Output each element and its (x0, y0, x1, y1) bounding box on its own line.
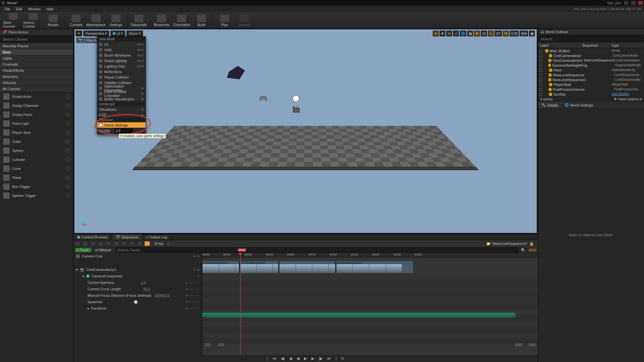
seq-save-button[interactable] (75, 241, 80, 246)
visibility-toggle[interactable] (539, 83, 543, 86)
outliner-header[interactable]: Label Sequence Type (538, 43, 644, 48)
viewport-show-button[interactable]: Show (127, 31, 143, 36)
info-icon[interactable]: i (65, 94, 70, 99)
outliner-row-exponentialheightfog[interactable]: ExponentialHeightFogExponentialHeigh (538, 63, 644, 68)
seq-snap-button[interactable] (129, 241, 135, 246)
outliner-row-postprocessvolume[interactable]: PostProcessVolumePostProcessVolu (538, 87, 644, 92)
actor-cube[interactable]: Cubei (0, 137, 73, 146)
scale-snap-toggle[interactable]: % (503, 31, 509, 36)
transform-select-button[interactable]: ✦ (433, 31, 439, 36)
seq-autokey-button[interactable] (144, 241, 150, 246)
track-camera-cuts[interactable]: Camera Cuts +≡ (73, 253, 202, 259)
scale-snap-value[interactable]: 0,25 (510, 31, 518, 36)
category-geometry[interactable]: Geometry (0, 74, 73, 80)
viewmode-detail-lighting[interactable]: Detail LightingAlt+5 (97, 58, 146, 63)
track-search[interactable]: Search Tracks (116, 247, 518, 253)
outliner-row-floor[interactable]: FloorStaticMeshActor (538, 68, 644, 72)
step-fwd-key-button[interactable]: |▶ (318, 356, 323, 361)
close-button[interactable] (638, 1, 643, 5)
landscape-visualizers[interactable]: Visualizers▸ (97, 107, 146, 112)
actor-plane[interactable]: Planei (0, 173, 73, 182)
playhead[interactable] (240, 253, 241, 355)
transform-section-bar[interactable] (202, 313, 515, 317)
seq-render-button[interactable] (90, 241, 96, 246)
timeline-ruler[interactable]: |0000|0015|0030|0045|0060|0075|0090|0105… (202, 253, 538, 257)
exposure-ev100-input[interactable] (115, 128, 133, 133)
track-options-icon[interactable]: ≡ (197, 254, 199, 258)
minimize-button[interactable] (624, 1, 629, 5)
visibility-toggle[interactable] (539, 93, 543, 96)
grid-snap-toggle[interactable]: ⊞ (474, 31, 480, 36)
info-icon[interactable]: i (65, 121, 70, 126)
actor-cylinder[interactable]: Cylinderi (0, 155, 73, 164)
visibility-toggle[interactable] (539, 49, 543, 52)
track-prop-manual-focus-distance-focus-settings-[interactable]: Manual Focus Distance (Focus Settings)10… (73, 292, 202, 299)
track-prop-transform[interactable]: ▸ Transform+◦←◦→ (73, 305, 202, 311)
actor-point-light[interactable]: Point Lighti (0, 119, 73, 128)
goto-end-button[interactable]: | (335, 356, 337, 361)
camera-cut-clip[interactable]: CineCameraActor1 (202, 261, 239, 274)
outliner-row-cinecameraactor[interactable]: CineCameraActorCineCameraActor (538, 53, 644, 58)
outliner-row-playerstart[interactable]: PlayerStartPlayerStart (538, 82, 644, 87)
tab-details[interactable]: 🔧Details (538, 102, 561, 108)
maximize-button[interactable] (631, 1, 636, 5)
add-section-button[interactable]: + (193, 254, 195, 258)
seq-fps-label[interactable]: 30 fps (154, 242, 164, 246)
viewport[interactable]: Perspective Lit Show ✦ ✥ ⟲ ⤢ 🌐 ▦ ⊞ 10 ∠ … (74, 29, 537, 233)
category-basic[interactable]: Basic (0, 49, 73, 55)
viewmode-brush-wireframe[interactable]: Brush WireframeAlt+2 (97, 52, 146, 58)
viewmode-player-collision[interactable]: Player Collision (97, 74, 146, 80)
transform-rotate-button[interactable]: ⟲ (446, 31, 452, 36)
viewmode-lit[interactable]: LitAlt+4 (97, 42, 146, 47)
seq-browse-button[interactable] (82, 241, 88, 246)
track-prop-current-focal-length[interactable]: Current Focal Length35,0+◦←◦→ (73, 286, 202, 292)
place-actors-search[interactable]: Search Classes (1, 36, 72, 42)
outliner-row-main-editor-[interactable]: Main (Editor)World (538, 48, 644, 53)
viewport-options-button[interactable] (76, 31, 82, 36)
outliner-row-sunsky[interactable]: SunSkyEdit SunSky (538, 92, 644, 97)
seq-options-button[interactable] (98, 241, 104, 246)
sequencer-timeline[interactable]: 0026 |0000|0015|0030|0045|0060|0075|0090… (202, 253, 538, 355)
category-recently-placed[interactable]: Recently Placed (0, 43, 73, 49)
camera-cuts-lane[interactable]: CineCameraActor1CineCameraActor1CineCame… (202, 261, 538, 275)
step-back-button[interactable]: ◀ (289, 356, 293, 361)
place-actors-tab[interactable]: 📌 Place Actors (0, 29, 73, 35)
step-fwd-button[interactable]: ▶ (311, 356, 315, 361)
visibility-toggle[interactable] (539, 78, 542, 81)
toolbar-content[interactable]: Content (66, 13, 86, 28)
goto-start-button[interactable]: | (266, 356, 269, 361)
toolbar-datasmith[interactable]: Datasmith (129, 13, 149, 28)
viewmode-reflections[interactable]: Reflections (97, 69, 146, 74)
category-lights[interactable]: Lights (0, 55, 73, 61)
viewmode-buffer-visualization[interactable]: Buffer Visualization▸ (97, 96, 146, 102)
angle-snap-value[interactable]: 10° (495, 31, 502, 36)
seq-key-button[interactable] (113, 241, 119, 246)
outliner-row-newlevelsequence[interactable]: NewLevelSequenceLevelSequenceAc (538, 72, 644, 77)
outliner-search[interactable]: Search... (539, 36, 643, 42)
category-all-classes[interactable]: All Classes (0, 86, 73, 92)
seq-curve-button[interactable] (137, 241, 142, 246)
toolbar-save-current[interactable]: Save Current (3, 13, 23, 28)
visibility-toggle[interactable] (539, 64, 542, 67)
actor-player-start[interactable]: Player Starti (0, 128, 73, 137)
visibility-toggle[interactable] (539, 59, 542, 62)
angle-snap-toggle[interactable]: ∠ (488, 31, 494, 36)
visibility-toggle[interactable] (539, 73, 542, 77)
to-front-button[interactable]: ⏮ (272, 356, 277, 361)
view-options-button[interactable]: 👁 View Options ▾ (614, 97, 642, 101)
exposure-game-settings-checkbox[interactable]: Game Settings (97, 122, 146, 128)
viewport-lit-button[interactable]: Lit (110, 31, 125, 36)
seq-clapper-button[interactable] (106, 241, 111, 246)
menu-edit[interactable]: Edit (14, 6, 25, 12)
camera-cut-clip[interactable] (279, 261, 336, 274)
toolbar-blueprints[interactable]: Blueprints (152, 13, 172, 28)
visibility-toggle[interactable] (539, 69, 543, 72)
spawned-checkbox[interactable] (134, 300, 137, 304)
track-camera-component[interactable]: ▾CameraComponent + (73, 273, 202, 279)
info-icon[interactable]: i (65, 103, 70, 108)
world-outliner-tab[interactable]: 🗂 World Outliner (538, 29, 644, 35)
surface-snap-button[interactable]: ▦ (467, 31, 473, 36)
actor-empty-pawn[interactable]: Empty Pawni (0, 110, 73, 119)
coord-space-button[interactable]: 🌐 (460, 31, 466, 36)
tab-content-browser[interactable]: ▦Content Browser (73, 234, 111, 240)
